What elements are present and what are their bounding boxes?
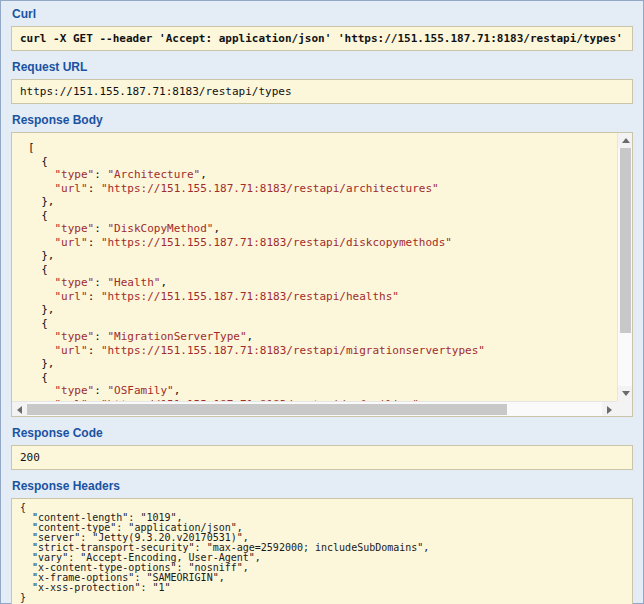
scrollbar-corner	[617, 401, 632, 416]
arrow-right-icon	[607, 406, 612, 414]
curl-section: Curl curl -X GET --header 'Accept: appli…	[11, 7, 633, 51]
horizontal-scroll-thumb[interactable]	[27, 404, 507, 415]
arrow-down-icon	[622, 391, 630, 396]
request-url-value: https://151.155.187.71:8183/restapi/type…	[11, 79, 633, 104]
code-line: {	[28, 155, 611, 169]
scroll-right-button[interactable]	[602, 402, 617, 417]
code-line: },	[28, 303, 611, 317]
horizontal-scrollbar[interactable]	[12, 401, 617, 416]
code-line: [	[28, 141, 611, 155]
response-body-content: [ { "type": "Architecture", "url": "http…	[12, 133, 617, 401]
code-line: "type": "MigrationServerType",	[28, 330, 611, 344]
code-line: {	[28, 209, 611, 223]
response-body-box[interactable]: [ { "type": "Architecture", "url": "http…	[11, 132, 633, 417]
response-headers-section: Response Headers { "content-length": "10…	[11, 479, 633, 604]
vertical-scrollbar[interactable]	[617, 133, 632, 401]
response-code-value: 200	[11, 445, 633, 470]
code-line: "url": "https://151.155.187.71:8183/rest…	[28, 236, 611, 250]
code-line: }	[20, 593, 624, 603]
curl-command: curl -X GET --header 'Accept: applicatio…	[11, 26, 633, 51]
request-url-heading: Request URL	[12, 60, 633, 74]
response-body-heading: Response Body	[12, 113, 633, 127]
response-code-heading: Response Code	[12, 426, 633, 440]
scroll-down-button[interactable]	[618, 386, 633, 401]
scroll-up-button[interactable]	[618, 133, 633, 148]
request-url-section: Request URL https://151.155.187.71:8183/…	[11, 60, 633, 104]
response-body-section: Response Body [ { "type": "Architecture"…	[11, 113, 633, 417]
code-line: "type": "DiskCopyMethod",	[28, 222, 611, 236]
code-line: {	[28, 371, 611, 385]
curl-heading: Curl	[12, 7, 633, 21]
arrow-left-icon	[17, 406, 22, 414]
code-line: },	[28, 249, 611, 263]
code-line: "type": "OSFamily",	[28, 384, 611, 398]
scroll-left-button[interactable]	[12, 402, 27, 417]
code-line: "type": "Health",	[28, 276, 611, 290]
response-headers-heading: Response Headers	[12, 479, 633, 493]
api-response-panel: Curl curl -X GET --header 'Accept: appli…	[0, 0, 644, 604]
code-line: "url": "https://151.155.187.71:8183/rest…	[28, 290, 611, 304]
response-headers-value: { "content-length": "1019", "content-typ…	[11, 498, 633, 604]
code-line: "type": "Architecture",	[28, 168, 611, 182]
code-line: "x-xss-protection": "1"	[20, 583, 624, 593]
code-line: },	[28, 195, 611, 209]
vertical-scroll-thumb[interactable]	[620, 148, 631, 333]
code-line: "url": "https://151.155.187.71:8183/rest…	[28, 344, 611, 358]
code-line: "url": "https://151.155.187.71:8183/rest…	[28, 182, 611, 196]
arrow-up-icon	[622, 138, 630, 143]
code-line: {	[28, 317, 611, 331]
code-line: {	[28, 263, 611, 277]
code-line: },	[28, 357, 611, 371]
response-code-section: Response Code 200	[11, 426, 633, 470]
